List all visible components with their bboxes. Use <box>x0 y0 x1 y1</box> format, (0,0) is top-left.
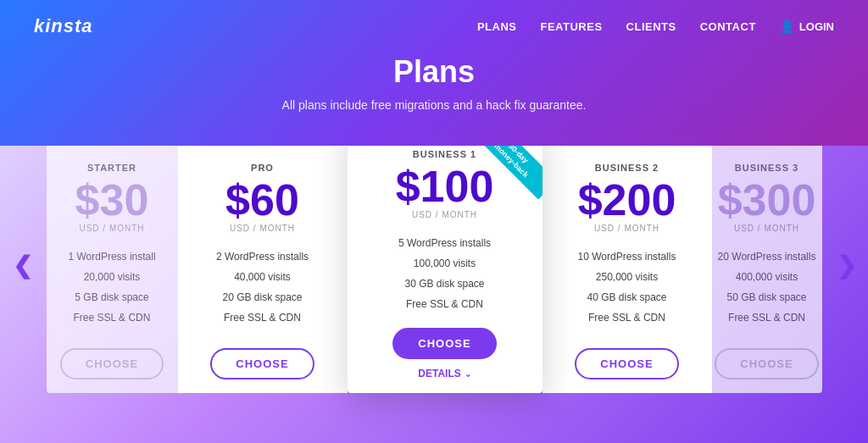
plan-features-starter: 1 WordPress install 20,000 visits 5 GB d… <box>68 246 155 335</box>
carousel-prev-button[interactable]: ❮ <box>7 250 37 280</box>
page-title: Plans <box>34 54 834 90</box>
feature-item: 250,000 visits <box>578 267 676 287</box>
plan-features-business2: 10 WordPress installs 250,000 visits 40 … <box>578 246 676 335</box>
plan-card-business3: BUSINESS 3 $300 USD / MONTH 20 WordPress… <box>712 146 822 393</box>
plan-card-business2: BUSINESS 2 $200 USD / MONTH 10 WordPress… <box>542 146 712 393</box>
choose-button-business1[interactable]: CHOOSE <box>392 328 496 359</box>
feature-item: 400,000 visits <box>718 267 816 287</box>
money-back-ribbon: 30-daymoney-back <box>466 146 542 205</box>
plan-features-business3: 20 WordPress installs 400,000 visits 50 … <box>718 246 816 335</box>
feature-item: 40 GB disk space <box>578 287 676 307</box>
feature-item: 100,000 visits <box>398 253 491 274</box>
login-button[interactable]: 👤 LOGIN <box>780 19 834 33</box>
user-icon: 👤 <box>780 19 794 33</box>
logo-text: kinsta <box>34 15 93 36</box>
feature-item: 1 WordPress install <box>68 246 155 267</box>
feature-item: Free SSL & CDN <box>718 307 816 328</box>
plan-period-pro: USD / MONTH <box>230 224 295 233</box>
nav-contact[interactable]: CONTACT <box>700 20 756 33</box>
chevron-down-icon: ⌄ <box>465 369 471 379</box>
plan-price-pro: $60 <box>225 178 299 222</box>
plan-card-business1: 30-daymoney-back BUSINESS 1 $100 USD / M… <box>348 146 542 393</box>
plan-name-pro: PRO <box>251 163 274 173</box>
nav-clients[interactable]: CLIENTS <box>626 20 676 33</box>
details-label: DETAILS <box>418 368 460 379</box>
plan-name-business3: BUSINESS 3 <box>735 163 798 173</box>
feature-item: 40,000 visits <box>216 267 309 287</box>
plan-price-business2: $200 <box>578 178 676 222</box>
feature-item: 20 GB disk space <box>216 287 309 307</box>
feature-item: 5 WordPress installs <box>398 233 491 253</box>
chevron-left-icon: ❮ <box>13 252 32 280</box>
plan-name-starter: STARTER <box>87 163 136 173</box>
chevron-right-icon: ❯ <box>837 252 856 280</box>
plan-period-business3: USD / MONTH <box>734 224 799 233</box>
feature-item: 10 WordPress installs <box>578 246 676 267</box>
feature-item: 20,000 visits <box>68 267 155 287</box>
feature-item: Free SSL & CDN <box>68 307 155 328</box>
feature-item: 20 WordPress installs <box>718 246 816 267</box>
details-link-business1[interactable]: DETAILS ⌄ <box>418 368 470 379</box>
plan-period-starter: USD / MONTH <box>79 224 144 233</box>
feature-item: 2 WordPress installs <box>216 246 309 267</box>
login-label: LOGIN <box>799 20 834 33</box>
plan-period-business1: USD / MONTH <box>412 210 477 219</box>
feature-item: 50 GB disk space <box>718 287 816 307</box>
feature-item: 30 GB disk space <box>398 274 491 294</box>
brand-logo[interactable]: kinsta <box>34 15 93 37</box>
carousel-next-button[interactable]: ❯ <box>831 250 861 280</box>
choose-button-business3[interactable]: CHOOSE <box>715 348 818 379</box>
choose-button-business2[interactable]: CHOOSE <box>575 348 678 379</box>
hero-section: kinsta PLANS FEATURES CLIENTS CONTACT 👤 … <box>0 0 868 146</box>
plans-carousel: ❮ STARTER $30 USD / MONTH 1 WordPress in… <box>0 146 868 393</box>
page-wrapper: kinsta PLANS FEATURES CLIENTS CONTACT 👤 … <box>0 0 868 443</box>
nav-plans[interactable]: PLANS <box>477 20 517 33</box>
plan-card-pro: PRO $60 USD / MONTH 2 WordPress installs… <box>178 146 348 393</box>
feature-item: Free SSL & CDN <box>398 294 491 314</box>
feature-item: Free SSL & CDN <box>578 307 676 328</box>
nav-features[interactable]: FEATURES <box>541 20 603 33</box>
feature-item: Free SSL & CDN <box>216 307 309 328</box>
feature-item: 5 GB disk space <box>68 287 155 307</box>
main-nav: kinsta PLANS FEATURES CLIENTS CONTACT 👤 … <box>34 0 834 54</box>
plan-price-business3: $300 <box>718 178 816 222</box>
plan-features-pro: 2 WordPress installs 40,000 visits 20 GB… <box>216 246 309 335</box>
plans-section: ❮ STARTER $30 USD / MONTH 1 WordPress in… <box>0 146 868 443</box>
ribbon-text: 30-daymoney-back <box>472 146 542 200</box>
plan-price-starter: $30 <box>75 178 149 222</box>
hero-subtitle: All plans include free migrations and a … <box>34 98 834 112</box>
choose-button-pro[interactable]: CHOOSE <box>210 348 314 379</box>
plan-period-business2: USD / MONTH <box>594 224 659 233</box>
choose-button-starter[interactable]: CHOOSE <box>60 348 164 379</box>
plan-name-business2: BUSINESS 2 <box>595 163 659 173</box>
plan-card-starter: STARTER $30 USD / MONTH 1 WordPress inst… <box>47 146 178 393</box>
plan-features-business1: 5 WordPress installs 100,000 visits 30 G… <box>398 233 491 314</box>
nav-links: PLANS FEATURES CLIENTS CONTACT 👤 LOGIN <box>477 19 834 33</box>
